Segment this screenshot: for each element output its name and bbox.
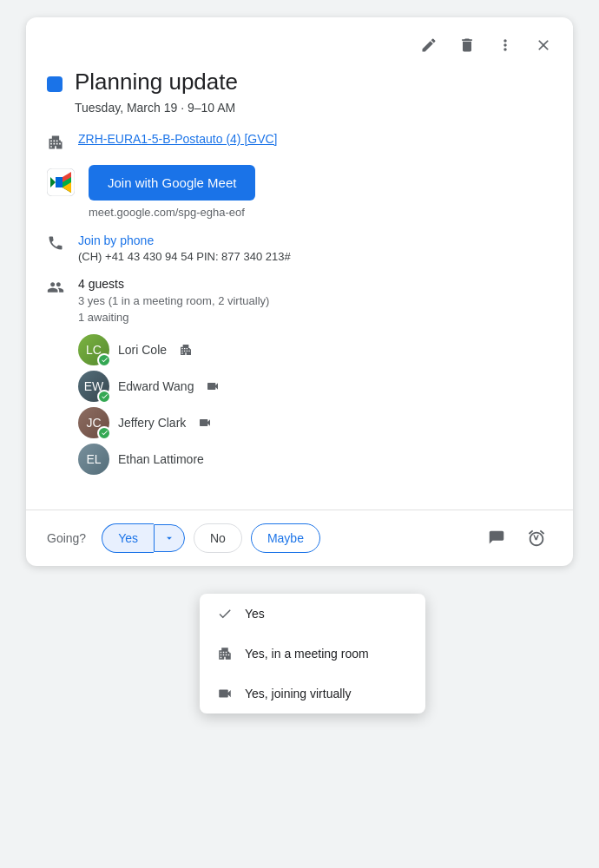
phone-detail: (CH) +41 43 430 94 54 PIN: 877 340 213# xyxy=(78,250,291,263)
delete-icon[interactable] xyxy=(451,30,483,61)
close-icon[interactable] xyxy=(528,30,559,61)
avatar-ethan: EL xyxy=(78,444,109,475)
dropdown-item-virtually[interactable]: Yes, joining virtually xyxy=(200,674,425,713)
event-color-dot xyxy=(47,76,63,92)
meet-section: Join with Google Meet meet.google.com/sp… xyxy=(89,165,255,219)
guest-row: EL Ethan Lattimore xyxy=(78,444,269,475)
guests-section: 4 guests 3 yes (1 in a meeting room, 2 v… xyxy=(78,277,269,475)
card-header xyxy=(26,17,573,61)
snooze-button[interactable] xyxy=(521,523,552,554)
avatar-edward: EW xyxy=(78,371,109,402)
guests-yes-detail: 3 yes (1 in a meeting room, 2 virtually) xyxy=(78,294,269,307)
no-button[interactable]: No xyxy=(194,523,242,553)
avatar-lori: LC xyxy=(78,334,109,365)
yes-button[interactable]: Yes xyxy=(102,523,154,553)
check-badge xyxy=(97,426,111,440)
join-meet-button[interactable]: Join with Google Meet xyxy=(89,165,255,201)
dropdown-virtually-label: Yes, joining virtually xyxy=(245,687,351,700)
dropdown-item-yes[interactable]: Yes xyxy=(200,594,425,634)
more-icon[interactable] xyxy=(490,30,521,61)
guests-title: 4 guests xyxy=(78,277,269,291)
guests-icon xyxy=(47,279,64,296)
guest-row: LC Lori Cole xyxy=(78,334,269,365)
add-note-button[interactable] xyxy=(481,523,512,554)
event-date: Tuesday, March 19 · 9–10 AM xyxy=(75,101,552,115)
card-footer: Going? Yes No Maybe xyxy=(26,510,573,566)
event-card: Planning update Tuesday, March 19 · 9–10… xyxy=(26,17,573,566)
event-title: Planning update xyxy=(75,68,238,97)
edit-icon[interactable] xyxy=(413,30,444,61)
guest-name-lori: Lori Cole xyxy=(118,343,167,357)
dropdown-meeting-room-label: Yes, in a meeting room xyxy=(245,647,369,661)
guests-awaiting: 1 awaiting xyxy=(78,311,269,324)
yes-dropdown-button[interactable] xyxy=(154,524,185,552)
card-body: Planning update Tuesday, March 19 · 9–10… xyxy=(26,61,573,510)
dropdown-item-meeting-room[interactable]: Yes, in a meeting room xyxy=(200,634,425,674)
meet-url: meet.google.com/spg-egha-eof xyxy=(89,206,255,219)
google-meet-icon xyxy=(47,168,75,196)
going-label: Going? xyxy=(47,531,86,545)
guest-row: JC Jeffery Clark xyxy=(78,407,269,438)
phone-row: Join by phone (CH) +41 43 430 94 54 PIN:… xyxy=(47,233,552,263)
location-link[interactable]: ZRH-EURA1-5-B-Postauto (4) [GVC] xyxy=(78,132,278,146)
guest-row: EW Edward Wang xyxy=(78,371,269,402)
building-room-icon xyxy=(179,343,193,357)
avatar-jeffery: JC xyxy=(78,407,109,438)
phone-section: Join by phone (CH) +41 43 430 94 54 PIN:… xyxy=(78,233,291,263)
guests-row: 4 guests 3 yes (1 in a meeting room, 2 v… xyxy=(47,277,552,475)
guest-name-jeffery: Jeffery Clark xyxy=(118,416,186,430)
dropdown-yes-label: Yes xyxy=(245,607,265,621)
svg-rect-2 xyxy=(56,177,63,187)
video-icon-jeffery xyxy=(198,416,212,430)
guest-name-ethan: Ethan Lattimore xyxy=(118,452,204,466)
phone-icon xyxy=(47,234,64,252)
location-row: ZRH-EURA1-5-B-Postauto (4) [GVC] xyxy=(47,132,552,151)
maybe-button[interactable]: Maybe xyxy=(251,523,320,553)
check-badge xyxy=(97,353,111,367)
join-phone-link[interactable]: Join by phone xyxy=(78,233,154,247)
guest-name-edward: Edward Wang xyxy=(118,379,194,393)
building-icon xyxy=(47,134,64,151)
guest-list: LC Lori Cole xyxy=(78,334,269,475)
check-badge xyxy=(97,390,111,404)
video-icon-edward xyxy=(206,379,220,393)
event-title-row: Planning update xyxy=(47,68,552,97)
yes-button-group: Yes xyxy=(102,523,185,553)
meet-row: Join with Google Meet meet.google.com/sp… xyxy=(47,165,552,219)
yes-dropdown-menu: Yes Yes, in a meeting room Yes, joining … xyxy=(200,594,425,713)
avatar-circle: EL xyxy=(78,444,109,475)
